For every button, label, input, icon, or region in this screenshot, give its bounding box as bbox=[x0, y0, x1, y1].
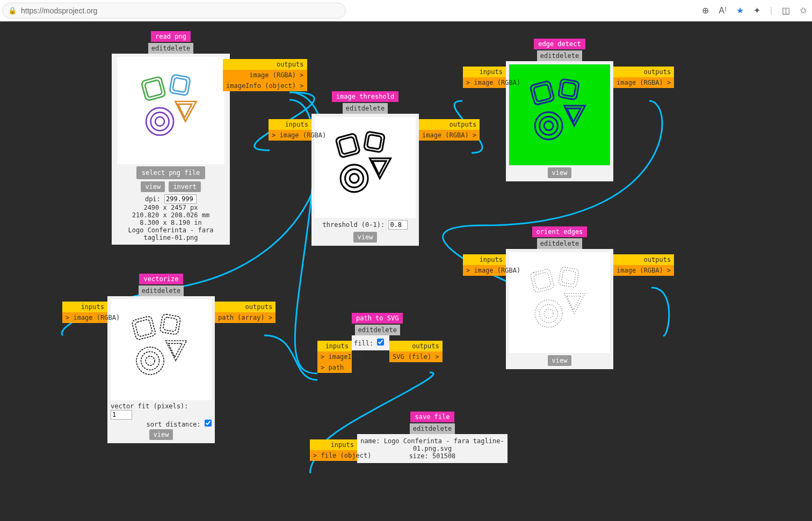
select-file-button[interactable]: select png file bbox=[136, 166, 205, 179]
node-body: view bbox=[506, 61, 613, 181]
node-title: read png bbox=[151, 31, 191, 42]
node-controls: edit delete bbox=[537, 50, 582, 61]
node-title: save file bbox=[410, 412, 454, 422]
delete-button[interactable]: delete bbox=[157, 287, 180, 295]
svg-rect-17 bbox=[561, 82, 576, 97]
input-imageinfo[interactable]: > imageInfo bbox=[317, 351, 352, 362]
inputs-header: inputs bbox=[310, 439, 357, 450]
read-aloud-icon[interactable]: A⁾ bbox=[719, 5, 727, 16]
node-canvas[interactable]: read png edit delete select png file bbox=[0, 21, 812, 521]
delete-button[interactable]: delete bbox=[167, 45, 190, 52]
edit-button[interactable]: edit bbox=[151, 45, 167, 52]
node-body: vector fit (pixels): sort distance: view bbox=[107, 296, 215, 443]
svg-point-6 bbox=[155, 117, 164, 126]
node-save-file[interactable]: save file edit delete name: Logo Conferi… bbox=[357, 412, 508, 463]
svg-rect-14 bbox=[530, 80, 555, 105]
output-image[interactable]: image (RGBA) > bbox=[419, 130, 480, 141]
invert-button[interactable]: invert bbox=[169, 181, 200, 192]
svg-rect-21 bbox=[530, 268, 555, 293]
inputs-panel: inputs > image (RGBA) bbox=[269, 119, 311, 141]
delete-button[interactable]: delete bbox=[429, 425, 452, 432]
input-file[interactable]: > file (object) bbox=[310, 450, 357, 461]
node-body: select png file view invert dpi: 2490 x … bbox=[112, 54, 230, 245]
output-image[interactable]: image (RGBA) > bbox=[223, 70, 307, 80]
view-button[interactable]: view bbox=[353, 232, 378, 243]
inputs-header: inputs bbox=[463, 254, 506, 265]
svg-rect-8 bbox=[339, 137, 357, 155]
node-path-to-svg[interactable]: path to SVG edit delete fill: inputs > i… bbox=[352, 313, 403, 350]
output-image[interactable]: image (RGBA) > bbox=[613, 77, 674, 88]
threshold-input[interactable] bbox=[388, 220, 408, 230]
input-image[interactable]: > image (RGBA) bbox=[269, 130, 311, 141]
output-path[interactable]: path (array) > bbox=[215, 312, 276, 323]
edit-button[interactable]: edit bbox=[540, 240, 556, 247]
threshold-label: threshold (0-1): bbox=[323, 221, 385, 229]
delete-button[interactable]: delete bbox=[556, 240, 579, 247]
image-preview bbox=[315, 117, 416, 218]
node-edge-detect[interactable]: edge detect edit delete view inputs > im… bbox=[506, 39, 613, 181]
address-bar[interactable]: 🔒 https://modsproject.org bbox=[2, 3, 346, 19]
output-imageinfo[interactable]: imageInfo (object) > bbox=[223, 80, 307, 91]
svg-point-26 bbox=[540, 304, 558, 322]
input-image[interactable]: > image (RGBA) bbox=[463, 265, 506, 276]
fill-checkbox[interactable] bbox=[377, 339, 384, 346]
node-controls: edit delete bbox=[343, 103, 388, 114]
outputs-header: outputs bbox=[389, 341, 443, 351]
outputs-panel: outputs path (array) > bbox=[215, 302, 276, 323]
outputs-header: outputs bbox=[613, 67, 674, 77]
node-body: view bbox=[506, 249, 613, 369]
delete-button[interactable]: delete bbox=[374, 326, 397, 334]
svg-rect-1 bbox=[144, 80, 162, 98]
edit-button[interactable]: edit bbox=[358, 326, 374, 334]
view-button[interactable]: view bbox=[141, 181, 165, 192]
view-button[interactable]: view bbox=[149, 429, 173, 440]
input-image[interactable]: > image (RGBA) bbox=[463, 77, 506, 88]
view-button[interactable]: view bbox=[548, 167, 572, 178]
node-body: fill: bbox=[352, 335, 389, 350]
svg-rect-10 bbox=[367, 135, 382, 150]
delete-button[interactable]: delete bbox=[361, 105, 385, 112]
edit-button[interactable]: edit bbox=[142, 287, 157, 295]
separator: | bbox=[770, 6, 772, 16]
node-controls: edit delete bbox=[148, 43, 193, 54]
zoom-icon[interactable]: ⊕ bbox=[702, 5, 709, 16]
fit-label: vector fit (pixels): bbox=[111, 402, 189, 410]
favorites-bar-icon[interactable]: ✩ bbox=[800, 5, 807, 16]
svg-rect-23 bbox=[558, 267, 579, 288]
node-controls: edit delete bbox=[139, 285, 184, 296]
edit-button[interactable]: edit bbox=[413, 425, 429, 432]
node-image-threshold[interactable]: image threshold edit delete threshold (0… bbox=[311, 91, 419, 246]
node-vectorize[interactable]: vectorize edit delete vector fit (pixels… bbox=[107, 274, 215, 443]
svg-rect-0 bbox=[141, 76, 166, 101]
collections-icon[interactable]: ◫ bbox=[782, 5, 790, 16]
vector-fit-input[interactable] bbox=[111, 410, 132, 420]
output-svg[interactable]: SVG (file) > bbox=[389, 351, 443, 362]
extensions-icon[interactable]: ✦ bbox=[753, 5, 760, 16]
info-in: 8.300 x 8.190 in bbox=[115, 219, 227, 226]
output-image[interactable]: image (RGBA) > bbox=[613, 265, 674, 276]
svg-point-12 bbox=[345, 169, 364, 187]
svg-point-20 bbox=[544, 121, 553, 130]
input-path[interactable]: > path bbox=[317, 362, 352, 373]
node-orient-edges[interactable]: orient edges edit delete view inputs > i… bbox=[506, 226, 613, 369]
view-button[interactable]: view bbox=[548, 355, 572, 366]
edit-button[interactable]: edit bbox=[540, 52, 556, 60]
browser-actions: ⊕ A⁾ ★ ✦ | ◫ ✩ bbox=[702, 5, 810, 16]
node-controls: edit delete bbox=[537, 238, 582, 249]
outputs-panel: outputs image (RGBA) > imageInfo (object… bbox=[223, 59, 307, 91]
outputs-header: outputs bbox=[223, 59, 307, 70]
input-image[interactable]: > image (RGBA) bbox=[62, 312, 107, 323]
delete-button[interactable]: delete bbox=[556, 52, 579, 60]
node-body: threshold (0-1): view bbox=[311, 114, 419, 246]
node-read-png[interactable]: read png edit delete select png file bbox=[112, 31, 230, 245]
edit-button[interactable]: edit bbox=[346, 105, 361, 112]
node-body: name: Logo Conferinta - fara tagline-01.… bbox=[357, 434, 508, 463]
inputs-panel: inputs > imageInfo > path bbox=[317, 341, 352, 373]
favorite-icon[interactable]: ★ bbox=[736, 5, 744, 16]
outputs-header: outputs bbox=[419, 119, 480, 130]
inputs-panel: inputs > image (RGBA) bbox=[62, 302, 107, 323]
dpi-input[interactable] bbox=[164, 194, 197, 204]
sort-distance-checkbox[interactable] bbox=[205, 420, 212, 427]
node-controls: edit delete bbox=[410, 423, 455, 434]
svg-rect-7 bbox=[336, 133, 360, 158]
